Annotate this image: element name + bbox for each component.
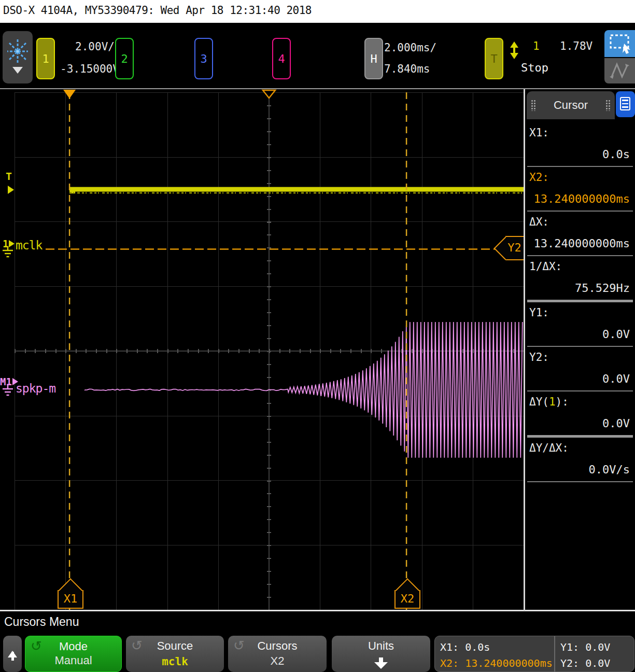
back-up-button[interactable] bbox=[3, 636, 22, 672]
trigger-level-arrow-icon[interactable] bbox=[8, 186, 18, 194]
softkey-cursors[interactable]: ↺ Cursors X2 bbox=[228, 636, 327, 672]
softkey-source[interactable]: ↺ Source mclk bbox=[126, 636, 224, 672]
dashed-select-icon bbox=[604, 30, 635, 57]
cursor-row-dy: ΔY(1): 0.0V bbox=[527, 391, 633, 438]
waveform-display: T 1 M1 mclk spkp-m bbox=[0, 89, 524, 612]
chevron-down-icon bbox=[12, 67, 23, 79]
softkey-mode[interactable]: ↺ Mode Manual bbox=[25, 636, 122, 672]
panel-menu-button[interactable] bbox=[616, 91, 635, 117]
run-status-readout: Stop bbox=[521, 61, 548, 74]
grip-dots-icon bbox=[605, 100, 611, 111]
channel-3-button[interactable]: 3 bbox=[194, 38, 213, 79]
horizontal-button[interactable]: H bbox=[364, 38, 383, 79]
y2-readout: Y2: 0.0V bbox=[560, 657, 610, 669]
logo-menu-button[interactable] bbox=[3, 31, 33, 83]
y1-readout: Y1: 0.0V bbox=[560, 641, 610, 653]
trigger-level-readout: 1.78V bbox=[560, 40, 592, 52]
menu-title: Cursors Menu bbox=[4, 615, 79, 629]
x1-cursor-flag[interactable]: X1 bbox=[58, 590, 83, 609]
divider bbox=[554, 636, 555, 671]
cursor-readout-box: X1: 0.0s X2: 13.240000000ms Y1: 0.0V Y2:… bbox=[434, 636, 634, 672]
waveform-nav-icon bbox=[604, 58, 635, 83]
ch1-offset-readout: -3.15000V bbox=[56, 63, 123, 75]
channel-4-button[interactable]: 4 bbox=[272, 38, 291, 79]
divider bbox=[0, 610, 635, 611]
trigger-slope-icon bbox=[510, 39, 518, 61]
waveform-nav-button[interactable] bbox=[604, 58, 635, 83]
trigger-source-readout: 1 bbox=[533, 40, 540, 52]
trigger-button[interactable]: T bbox=[485, 38, 503, 79]
trigger-level-marker-label: T bbox=[6, 170, 12, 183]
cursor-row-dx: ΔX: 13.240000000ms bbox=[527, 212, 633, 256]
ch1-ground-icon bbox=[1, 246, 15, 263]
softkey-units[interactable]: Units bbox=[332, 636, 430, 672]
cursor-panel-tab[interactable]: Cursor bbox=[527, 91, 615, 119]
grip-dots-icon bbox=[531, 100, 536, 111]
cursor-sidebar: Cursor X1: 0.0s X2: 13.240000000ms ΔX: 1… bbox=[525, 89, 635, 612]
down-arrow-icon bbox=[374, 657, 388, 669]
math-ground-icon bbox=[1, 385, 15, 401]
zone-select-button[interactable] bbox=[604, 30, 635, 57]
channel-2-button[interactable]: 2 bbox=[115, 38, 134, 79]
cursor-row-x1: X1: 0.0s bbox=[527, 122, 633, 167]
cursor-row-y2: Y2: 0.0V bbox=[527, 347, 633, 391]
x2-cursor-flag[interactable]: X2 bbox=[394, 590, 420, 609]
y2-cursor-flag[interactable]: Y2 bbox=[505, 236, 524, 260]
waveform-svg bbox=[15, 92, 524, 610]
cursor-row-x2: X2: 13.240000000ms bbox=[527, 167, 633, 212]
ch1-label: mclk bbox=[16, 239, 42, 252]
toolbar: 1 2.00V/ -3.15000V 2 3 4 H 2.000ms/ 7.84… bbox=[0, 23, 635, 89]
softkey-bar: Cursors Menu ↺ Mode Manual ↺ Source mclk… bbox=[0, 612, 635, 672]
cursor-readout-list: X1: 0.0s X2: 13.240000000ms ΔX: 13.24000… bbox=[527, 122, 633, 482]
status-header: DSO-X 4104A, MY53390479: Wed Apr 18 12:3… bbox=[0, 0, 635, 23]
x2-readout: X2: 13.240000000ms bbox=[440, 657, 553, 669]
channel-1-button[interactable]: 1 bbox=[36, 38, 55, 79]
instrument-id-text: DSO-X 4104A, MY53390479: Wed Apr 18 12:3… bbox=[3, 4, 312, 17]
divider bbox=[524, 89, 525, 611]
timebase-readout: 2.000ms/ bbox=[384, 41, 436, 54]
math-label: spkp-m bbox=[16, 382, 55, 395]
x1-readout: X1: 0.0s bbox=[440, 641, 490, 653]
oscilloscope-screen: DSO-X 4104A, MY53390479: Wed Apr 18 12:3… bbox=[0, 0, 635, 672]
up-arrow-icon bbox=[9, 647, 16, 661]
cursor-row-y1: Y1: 0.0V bbox=[527, 302, 633, 347]
list-icon bbox=[620, 97, 630, 110]
delay-readout: 7.840ms bbox=[384, 63, 430, 75]
cursor-row-inv-dx: 1/ΔX: 75.529Hz bbox=[527, 256, 633, 302]
panel-title: Cursor bbox=[554, 99, 588, 112]
cursor-row-dydx: ΔY/ΔX: 0.0V/s bbox=[527, 438, 633, 482]
divider bbox=[0, 88, 635, 89]
ch1-scale-readout: 2.00V/ bbox=[67, 40, 123, 53]
